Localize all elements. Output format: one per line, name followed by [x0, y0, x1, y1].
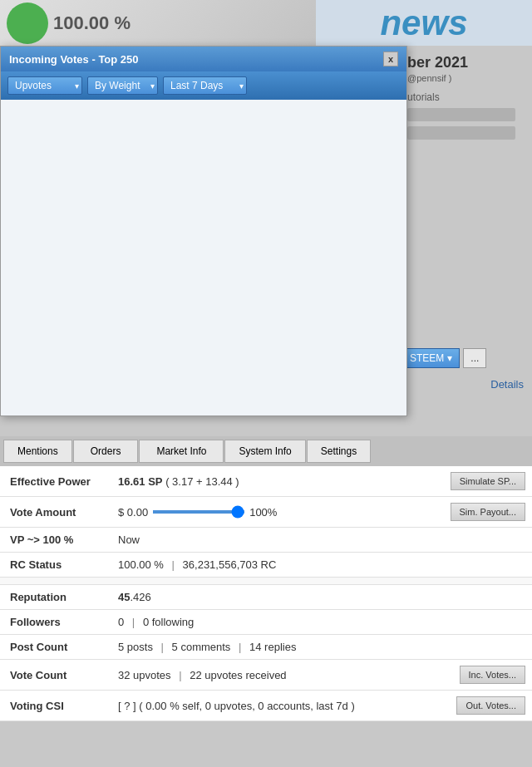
vote-percent-slider[interactable] — [153, 510, 244, 514]
user-text: @pennsif ) — [407, 73, 524, 83]
settings-button[interactable]: Settings — [307, 440, 371, 463]
followers-count: 0 — [118, 616, 124, 628]
inc-votes-cell: Inc. Votes... — [421, 660, 532, 691]
modal-title: Incoming Votes - Top 250 — [9, 53, 139, 66]
tutorials-label: utorials — [407, 91, 524, 103]
reputation-decimal: .426 — [130, 591, 150, 603]
time-range-select[interactable]: Last 7 Days Last 30 Days All Time — [163, 76, 247, 95]
effective-power-row: Effective Power 16.61 SP ( 3.17 + 13.44 … — [0, 466, 532, 497]
orders-button[interactable]: Orders — [73, 440, 139, 463]
vote-count-label: Vote Count — [0, 660, 108, 691]
modal-controls: Upvotes Downvotes All By Weight By Value… — [1, 71, 406, 100]
followers-label: Followers — [0, 610, 108, 635]
simulate-sp-cell: Simulate SP... — [421, 466, 532, 497]
reputation-row: Reputation 45.426 — [0, 585, 532, 610]
steem-arrow-icon: ▾ — [447, 352, 452, 364]
incoming-votes-modal: Incoming Votes - Top 250 x Upvotes Downv… — [0, 46, 407, 416]
followers-separator: | — [132, 616, 135, 628]
vp-row: VP ~> 100 % Now — [0, 528, 532, 553]
separator-row — [0, 578, 532, 585]
rc-percent: 100.00 % — [118, 558, 164, 571]
posts-count: 5 posts — [118, 641, 153, 653]
steem-button[interactable]: STEEM ▾ — [402, 348, 460, 368]
reputation-integer: 45 — [118, 591, 130, 603]
news-text: news — [380, 6, 467, 41]
modal-header: Incoming Votes - Top 250 x — [1, 47, 406, 71]
filter3-wrapper: Last 7 Days Last 30 Days All Time — [163, 76, 247, 95]
post-sep2: | — [239, 641, 241, 653]
followers-row: Followers 0 | 0 following — [0, 610, 532, 635]
steem-dots-button[interactable]: ... — [463, 348, 486, 368]
effective-power-detail: ( 3.17 + 13.44 ) — [165, 475, 239, 488]
vote-count-value: 32 upvotes | 22 upvotes received — [108, 660, 421, 691]
rc-status-row: RC Status 100.00 % | 36,231,556,703 RC — [0, 553, 532, 578]
rc-status-label: RC Status — [0, 553, 108, 578]
steem-label: STEEM — [410, 352, 444, 364]
out-votes-cell: Out. Votes... — [421, 691, 532, 721]
modal-backdrop: Incoming Votes - Top 250 x Upvotes Downv… — [0, 46, 407, 436]
voting-csi-row: Voting CSI [ ? ] ( 0.00 % self, 0 upvote… — [0, 691, 532, 721]
details-link[interactable]: Details — [490, 378, 524, 391]
news-banner: news — [316, 0, 532, 46]
sort-by-select[interactable]: By Weight By Value By Count — [87, 76, 158, 95]
effective-power-sp: 16.61 SP — [118, 475, 163, 488]
post-count-row: Post Count 5 posts | 5 comments | 14 rep… — [0, 635, 532, 660]
effective-power-value: 16.61 SP ( 3.17 + 13.44 ) — [108, 466, 421, 497]
vote-amount-label: Vote Amount — [0, 497, 108, 528]
dots-label: ... — [470, 352, 479, 364]
rc-value: 36,231,556,703 RC — [183, 558, 277, 571]
replies-count: 14 replies — [249, 641, 296, 653]
system-info-button[interactable]: System Info — [224, 440, 305, 463]
comments-count: 5 comments — [172, 641, 231, 653]
bottom-section: Mentions Orders Market Info System Info … — [0, 436, 532, 721]
vote-type-select[interactable]: Upvotes Downvotes All — [7, 76, 82, 95]
vote-slider-container: $ 0.00 100% — [118, 506, 411, 519]
following-value: 0 following — [143, 616, 194, 628]
effective-power-label: Effective Power — [0, 466, 108, 497]
background-right: ber 2021 @pennsif ) utorials — [399, 46, 532, 156]
votes-received: 22 upvotes received — [190, 669, 286, 681]
vote-dollar-value: $ 0.00 — [118, 506, 148, 519]
simulate-sp-button[interactable]: Simulate SP... — [451, 472, 525, 490]
sim-payout-button[interactable]: Sim. Payout... — [451, 503, 525, 521]
voting-csi-value: [ ? ] ( 0.00 % self, 0 upvotes, 0 accoun… — [108, 691, 421, 721]
modal-body — [1, 100, 406, 415]
post-count-label: Post Count — [0, 635, 108, 660]
vote-amount-value: $ 0.00 100% — [108, 497, 421, 528]
date-text: ber 2021 — [407, 54, 524, 71]
vote-count-row: Vote Count 32 upvotes | 22 upvotes recei… — [0, 660, 532, 691]
post-count-value: 5 posts | 5 comments | 14 replies — [108, 635, 532, 660]
followers-value: 0 | 0 following — [108, 610, 532, 635]
out-votes-button[interactable]: Out. Votes... — [456, 696, 525, 715]
vp-label: VP ~> 100 % — [0, 528, 108, 553]
power-percent: 100.00 % — [53, 12, 131, 34]
market-info-button[interactable]: Market Info — [139, 440, 224, 463]
vote-sep: | — [179, 669, 181, 681]
vp-value: Now — [108, 528, 532, 553]
mentions-button[interactable]: Mentions — [3, 440, 72, 463]
power-circle — [7, 2, 48, 44]
upvotes-count: 32 upvotes — [118, 669, 171, 681]
vote-amount-row: Vote Amount $ 0.00 100% Sim. Payout... — [0, 497, 532, 528]
filter1-wrapper: Upvotes Downvotes All — [7, 76, 82, 95]
stats-table: Effective Power 16.61 SP ( 3.17 + 13.44 … — [0, 466, 532, 721]
post-sep1: | — [161, 641, 164, 653]
reputation-value: 45.426 — [108, 585, 532, 610]
bg-bar-2 — [407, 126, 515, 140]
modal-close-button[interactable]: x — [383, 52, 398, 66]
rc-status-value: 100.00 % | 36,231,556,703 RC — [108, 553, 532, 578]
voting-csi-label: Voting CSI — [0, 691, 108, 721]
rc-separator: | — [172, 558, 175, 571]
separator-cell — [0, 578, 532, 585]
filter2-wrapper: By Weight By Value By Count — [87, 76, 158, 95]
sim-payout-cell: Sim. Payout... — [421, 497, 532, 528]
inc-votes-button[interactable]: Inc. Votes... — [460, 666, 525, 684]
vote-percent-label: 100% — [249, 506, 277, 519]
nav-buttons-row: Mentions Orders Market Info System Info … — [0, 436, 532, 466]
reputation-label: Reputation — [0, 585, 108, 610]
steem-area: STEEM ▾ ... — [399, 345, 532, 371]
bg-bar-1 — [407, 108, 515, 121]
